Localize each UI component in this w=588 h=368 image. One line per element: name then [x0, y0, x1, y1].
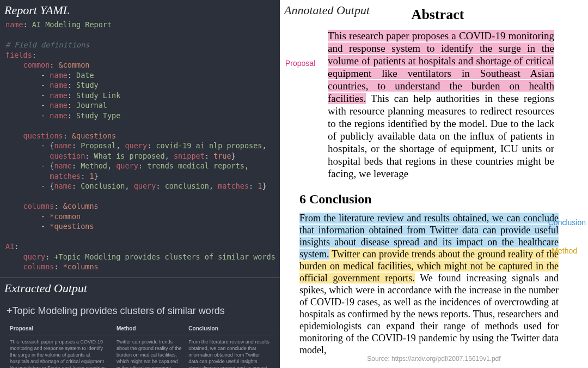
yaml-section-title: Report YAML — [0, 0, 280, 20]
annotated-section-title: Annotated Output — [284, 3, 370, 17]
right-panel: Annotated Output Abstract This research … — [280, 0, 588, 368]
abstract-text: This research paper proposes a COVID-19 … — [328, 29, 554, 180]
source-link-text: Source: https://arxiv.org/pdf/2007.15619… — [280, 355, 588, 363]
conclusion-remainder: We found increasing signals and spikes, … — [299, 273, 559, 355]
tag-label-conclusion: Conclusion — [548, 218, 586, 227]
left-panel: Report YAML name: AI Modeling Report # F… — [0, 0, 280, 368]
cell-conclusion: From the literature review and results o… — [185, 335, 273, 368]
cell-method: Twitter can provide trends about the gro… — [113, 335, 185, 368]
col-method: Method — [113, 322, 185, 335]
extracted-section-title: Extracted Output — [0, 278, 280, 298]
extracted-output-section: Extracted Output +Topic Modeling provide… — [0, 277, 280, 369]
yaml-code-block: name: AI Modeling Report # Field definit… — [0, 20, 280, 277]
extracted-query-title: +Topic Modeling provides clusters of sim… — [0, 298, 280, 322]
conclusion-heading: 6 Conclusion — [299, 192, 576, 207]
abstract-remainder: This can help authorities in these regio… — [328, 93, 554, 179]
conclusion-text: From the literature review and results o… — [299, 212, 559, 356]
tag-label-method: Method — [552, 246, 577, 255]
cell-proposal: This research paper proposes a COVID-19 … — [7, 335, 113, 368]
table-row: This research paper proposes a COVID-19 … — [7, 335, 273, 368]
col-proposal: Proposal — [7, 322, 113, 335]
extracted-table: Proposal Method Conclusion This research… — [7, 322, 273, 369]
col-conclusion: Conclusion — [185, 322, 273, 335]
table-header-row: Proposal Method Conclusion — [7, 322, 273, 335]
tag-label-proposal: Proposal — [285, 59, 315, 68]
